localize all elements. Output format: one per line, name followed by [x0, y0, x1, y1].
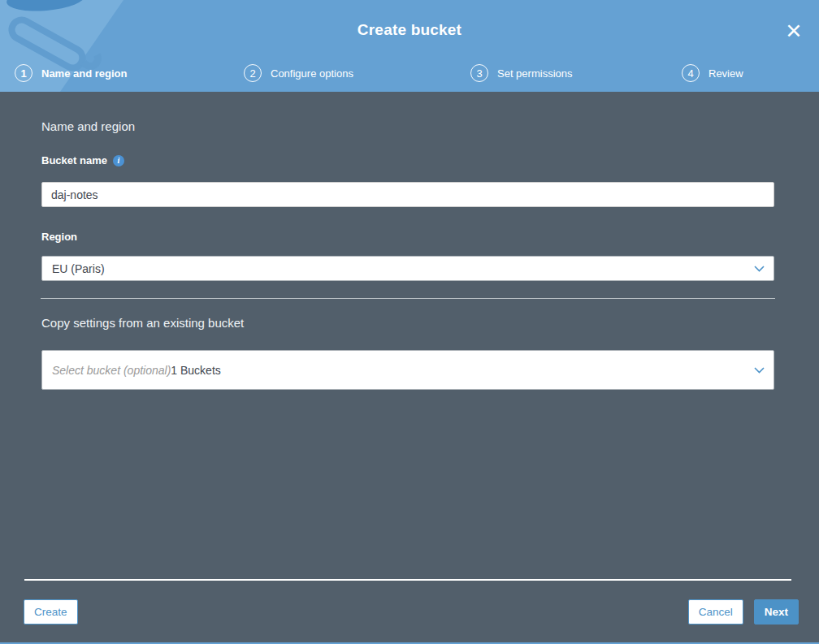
step-4-label: Review: [708, 67, 743, 80]
bucket-select-placeholder: Select bucket (optional): [52, 364, 171, 377]
dialog-title: Create bucket: [0, 21, 819, 39]
copy-settings-bucket-select[interactable]: Select bucket (optional) 1 Buckets: [41, 350, 774, 390]
bucket-name-input[interactable]: [41, 182, 774, 207]
step-1-circle: 1: [15, 64, 32, 82]
chevron-down-icon: [754, 367, 765, 374]
dialog-header: Create bucket × 1 Name and region 2 Conf…: [0, 0, 819, 92]
step-3-circle: 3: [470, 64, 488, 82]
step-4-circle: 4: [682, 64, 700, 82]
region-label: Region: [41, 231, 77, 243]
step-name-and-region[interactable]: 1 Name and region: [15, 64, 127, 82]
region-selected-value: EU (Paris): [52, 262, 105, 275]
step-3-label: Set permissions: [497, 67, 572, 80]
create-bucket-dialog: Create bucket × 1 Name and region 2 Conf…: [0, 0, 819, 644]
info-icon[interactable]: i: [113, 155, 124, 166]
step-configure-options[interactable]: 2 Configure options: [244, 64, 353, 82]
copy-settings-heading: Copy settings from an existing bucket: [41, 316, 244, 330]
step-set-permissions[interactable]: 3 Set permissions: [470, 64, 572, 82]
footer-divider: [24, 579, 791, 581]
create-button[interactable]: Create: [24, 599, 78, 625]
step-review[interactable]: 4 Review: [682, 64, 743, 82]
cancel-button[interactable]: Cancel: [688, 599, 743, 625]
bucket-name-label: Bucket name i: [41, 154, 124, 166]
step-1-label: Name and region: [41, 67, 127, 80]
next-button[interactable]: Next: [754, 599, 799, 625]
close-icon[interactable]: ×: [778, 15, 809, 45]
chevron-down-icon: [754, 266, 765, 272]
bucket-count-text: 1 Buckets: [171, 364, 220, 377]
step-2-circle: 2: [244, 64, 262, 82]
section-heading-name-and-region: Name and region: [41, 119, 135, 133]
region-select[interactable]: EU (Paris): [41, 256, 774, 281]
step-2-label: Configure options: [271, 67, 353, 80]
bucket-rim-shape: [6, 0, 86, 14]
section-divider: [41, 298, 775, 299]
footer: Create Cancel Next: [24, 599, 799, 625]
